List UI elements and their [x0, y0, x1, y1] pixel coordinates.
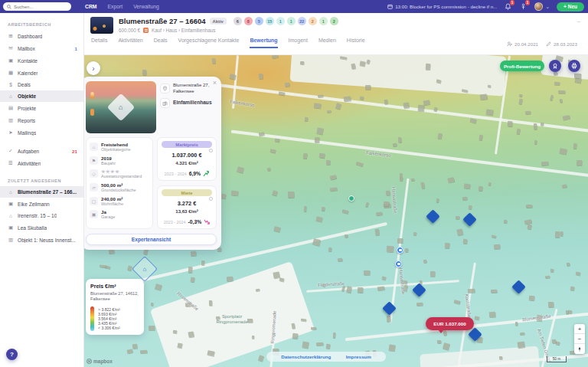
sidebar-item-aufgaben[interactable]: ✓Aufgaben21: [0, 145, 83, 157]
sidebar-item-label: Reports: [18, 118, 35, 123]
impressum-link[interactable]: Impressum: [346, 354, 371, 359]
sidebar-item-reports[interactable]: ▥Reports: [0, 114, 83, 126]
recent-item-label: Irenenstr. 15 – 10: [18, 213, 57, 218]
nav-export[interactable]: Export: [107, 4, 122, 9]
property-details-card: ⌂FreistehendObjektkategorie ⚑2019Baujahr…: [86, 137, 153, 229]
compass-button[interactable]: [574, 344, 585, 354]
print-button[interactable]: [568, 60, 580, 72]
info-icon[interactable]: [209, 197, 213, 201]
recent-item-label: Lea Skuballa: [18, 225, 47, 231]
count-badge[interactable]: 1: [276, 17, 285, 25]
count-badge[interactable]: 15: [266, 17, 274, 25]
building-icon: ▥: [8, 237, 14, 243]
info-icon[interactable]: [209, 149, 213, 152]
calendar-event-reminder[interactable]: 13:00: Blocker for PS commission - decli…: [387, 4, 497, 9]
expand-panel-button[interactable]: ›: [87, 61, 100, 75]
notifications-button[interactable]: 1: [504, 2, 512, 11]
count-badge[interactable]: 8: [244, 17, 253, 25]
count-badge[interactable]: 6: [234, 17, 242, 25]
topbar: CRM Export Verwaltung 13:00: Blocker for…: [0, 0, 588, 13]
sidebar-item-label: Kalender: [18, 70, 38, 76]
sidebar-item-label: Dashboard: [18, 34, 42, 39]
breadcrumb: Kauf › Haus › Einfamilienhaus: [152, 28, 215, 33]
map-canvas[interactable]: Falkenkorso Falkenkorso Bredower Straße …: [84, 55, 588, 367]
recent-item-contact[interactable]: ▣Lea Skuballa: [0, 221, 83, 234]
document-icon[interactable]: [143, 28, 149, 33]
list-icon: ☰: [8, 160, 14, 166]
marktpreis-per-sqm: 4.321 €/m²: [162, 160, 212, 165]
count-badge[interactable]: 1: [319, 17, 328, 25]
sidebar-item-projekte[interactable]: ▤Projekte: [0, 102, 83, 114]
tab-medien[interactable]: Medien: [318, 38, 336, 47]
profi-bewertung-button[interactable]: Profi-Bewertung: [500, 61, 544, 71]
nav-crm[interactable]: CRM: [85, 4, 96, 9]
recent-item-object[interactable]: ▥Objekt 1: Neuss Innenst...: [0, 234, 83, 246]
tab-imogent[interactable]: Imogent: [289, 38, 308, 47]
count-badge[interactable]: 2: [330, 17, 338, 25]
poi-marker[interactable]: [348, 195, 354, 202]
signal-button[interactable]: 1: [519, 2, 528, 11]
tab-aktivitaeten[interactable]: Aktivitäten: [118, 38, 142, 47]
recent-item-object[interactable]: ⌂Irenenstr. 15 – 10: [0, 210, 83, 221]
sidebar-item-kalender[interactable]: ▦Kalender: [0, 67, 83, 79]
new-button[interactable]: + Neu: [557, 2, 584, 11]
dashboard-icon: ⊞: [8, 33, 14, 39]
count-badge[interactable]: 2: [309, 17, 317, 25]
sidebar-item-aktivitaeten[interactable]: ☰Aktivitäten: [0, 157, 83, 169]
miete-value: 3.272 €: [162, 200, 212, 207]
help-button[interactable]: ?: [6, 349, 18, 360]
tab-historie[interactable]: Historie: [347, 38, 365, 47]
date-modified: 28.03.2023: [554, 41, 577, 47]
count-badge[interactable]: 5: [255, 17, 263, 25]
property-type-chip: Einfamilienhaus: [160, 98, 217, 108]
pencil-icon: [546, 41, 551, 47]
bus-stop-icon[interactable]: [397, 247, 403, 254]
sidebar-item-label: Deals: [18, 82, 31, 87]
user-avatar[interactable]: [534, 2, 543, 11]
zoom-out-button[interactable]: −: [574, 334, 585, 344]
sidebar-item-deals[interactable]: $Deals: [0, 79, 83, 90]
tab-deals[interactable]: Deals: [154, 38, 168, 47]
tab-details[interactable]: Details: [91, 38, 107, 47]
expertenansicht-button[interactable]: Expertenansicht: [86, 234, 217, 245]
sidebar-item-mailbox[interactable]: ✉Mailbox1: [0, 42, 83, 54]
price-marker[interactable]: EUR 1.037.000: [426, 317, 474, 330]
count-badge[interactable]: 1: [287, 17, 296, 25]
price-legend: Preis €/m² Blumenstraße 27, 14612, Falke…: [86, 279, 144, 335]
check-icon: ✓: [8, 148, 14, 154]
nav-verwaltung[interactable]: Verwaltung: [133, 4, 159, 9]
sidebar-item-dashboard[interactable]: ⊞Dashboard: [0, 30, 83, 42]
sidebar-item-label: Aktivitäten: [18, 161, 41, 166]
map-zoom-controls: + −: [574, 324, 585, 354]
chevron-down-icon[interactable]: ⌄: [545, 4, 550, 10]
aufgaben-badge: 21: [72, 149, 77, 154]
sidebar-item-label: Mailbox: [18, 46, 35, 51]
sidebar-item-label: Aufgaben: [18, 149, 39, 154]
close-icon[interactable]: ×: [213, 79, 217, 87]
sidebar-item-mailings[interactable]: ➤Mailings: [0, 126, 83, 139]
plot-area-icon: ▱: [90, 183, 98, 192]
sidebar-item-objekte[interactable]: ⌂Objekte: [0, 90, 83, 102]
count-badge[interactable]: 22: [298, 17, 306, 25]
trend-up-icon: [203, 170, 209, 177]
recent-item-contact[interactable]: ▣Eike Zeilmann: [0, 198, 83, 210]
search-box[interactable]: [3, 2, 71, 11]
property-type-text: Einfamilienhaus: [173, 100, 212, 106]
certificate-button[interactable]: [549, 60, 561, 72]
house-icon: ⌂: [8, 213, 14, 218]
sidebar-item-kontakte[interactable]: ▣Kontakte: [0, 54, 83, 67]
datenschutz-link[interactable]: Datenschutzerklärung: [281, 354, 331, 359]
recent-item-blumenstrasse[interactable]: ⌂Blumenstraße 27 – 166...: [0, 186, 83, 198]
zoom-in-button[interactable]: +: [574, 324, 585, 334]
tab-vorgeschlagene-kontakte[interactable]: Vorgeschlagene Kontakte: [178, 38, 240, 47]
address-text: Blumenstraße 27, Falkensee: [173, 83, 217, 94]
mapbox-text: mapbox: [93, 359, 113, 364]
mapbox-attribution[interactable]: M mapbox: [87, 359, 113, 364]
search-input[interactable]: [14, 5, 67, 9]
tab-bewertung[interactable]: Bewertung: [250, 38, 277, 48]
bus-stop-icon[interactable]: [395, 261, 402, 267]
marktpreis-period: 2023 - 2024: [165, 172, 187, 176]
collapse-header-button[interactable]: –: [577, 18, 580, 25]
detail-row: ⌂FreistehendObjektkategorie: [90, 142, 149, 152]
event-text: 13:00: Blocker for PS commission - decli…: [395, 4, 497, 9]
